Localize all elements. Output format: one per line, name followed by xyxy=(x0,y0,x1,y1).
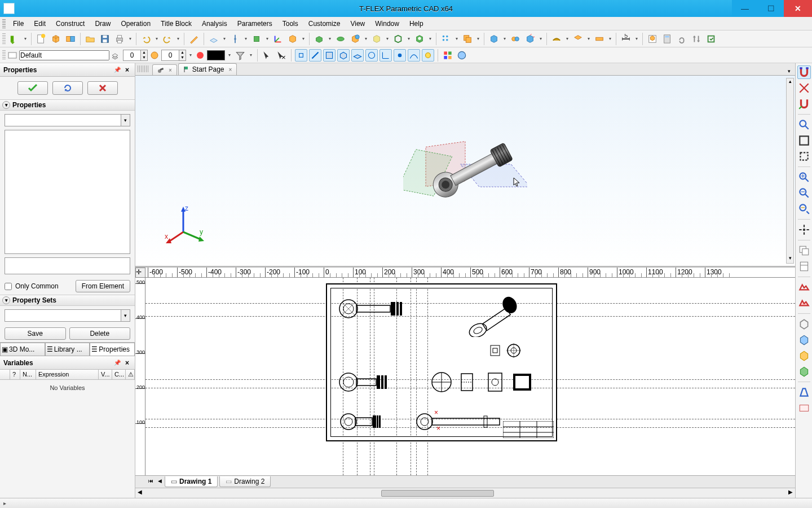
extrude-icon[interactable] xyxy=(312,32,326,46)
menu-file[interactable]: File xyxy=(8,18,29,29)
drawing-view-side3[interactable] xyxy=(484,371,506,393)
properties-combo[interactable]: ▾ xyxy=(5,114,130,126)
surface-icon[interactable] xyxy=(550,32,563,46)
snap-off-icon[interactable] xyxy=(797,81,811,95)
dropdown-icon[interactable]: ▾ xyxy=(227,52,232,58)
drawing-view-aux2[interactable] xyxy=(506,343,521,358)
menu-titleblock[interactable]: Title Block xyxy=(156,18,197,29)
drawing-view-front[interactable] xyxy=(337,371,427,393)
dropdown-icon[interactable]: ▾ xyxy=(363,36,369,41)
redraw-red2-icon[interactable] xyxy=(797,296,811,310)
blend-icon[interactable] xyxy=(370,32,383,46)
drawing-view-side2[interactable] xyxy=(460,373,474,392)
dropdown-icon[interactable]: ▾ xyxy=(264,36,270,41)
horizontal-ruler[interactable]: ✛ -600-500-400-300-200-10001002003004005… xyxy=(135,268,795,278)
render-tex-icon[interactable] xyxy=(797,365,811,378)
3d-vscrollbar[interactable]: ▴ ▾ xyxy=(786,78,794,264)
boolean-icon[interactable] xyxy=(348,32,362,46)
var-col-val[interactable]: V... xyxy=(99,370,112,379)
dropdown-icon[interactable]: ▾ xyxy=(385,36,390,41)
level-value[interactable] xyxy=(123,50,140,60)
render-shade-icon[interactable] xyxy=(797,333,811,347)
menu-customize[interactable]: Customize xyxy=(303,18,346,29)
dropdown-icon[interactable]: ▾ xyxy=(607,36,613,41)
maximize-button[interactable]: ☐ xyxy=(758,0,784,17)
dropdown-icon[interactable]: ▾ xyxy=(634,36,639,41)
menu-analysis[interactable]: Analysis xyxy=(197,18,232,29)
menu-help[interactable]: Help xyxy=(404,18,429,29)
drawing-view-side1[interactable] xyxy=(430,371,453,393)
snap-node-icon[interactable] xyxy=(394,49,406,62)
snap-return-icon[interactable] xyxy=(797,97,811,111)
projection-icon[interactable] xyxy=(646,32,659,46)
close-panel-icon[interactable]: × xyxy=(123,359,131,367)
dropdown-icon[interactable]: ▾ xyxy=(502,36,508,41)
explode-icon[interactable] xyxy=(523,32,537,46)
doc-tab-part[interactable]: × xyxy=(152,64,177,75)
layer-name-input[interactable] xyxy=(19,50,109,60)
filter-icon[interactable] xyxy=(234,49,246,62)
close-tab-icon[interactable]: × xyxy=(169,67,172,73)
zoom-extents-icon[interactable] xyxy=(797,150,811,163)
tab-properties[interactable]: ☰Properties xyxy=(90,343,135,356)
dropdown-icon[interactable]: ▾ xyxy=(427,36,433,41)
select-filter2-icon[interactable]: × xyxy=(275,49,288,62)
drawing-view-top[interactable] xyxy=(337,297,427,320)
propsets-subheader[interactable]: ▾ Property Sets xyxy=(0,295,135,306)
pin-icon[interactable]: 📌 xyxy=(112,360,123,366)
page-tab-drawing2[interactable]: ▭Drawing 2 xyxy=(219,476,271,487)
redraw-red-icon[interactable] xyxy=(797,281,811,294)
tabs-grip[interactable] xyxy=(138,65,149,72)
properties-list[interactable] xyxy=(5,130,130,254)
drawing-view-aux1[interactable] xyxy=(488,344,502,357)
menu-view[interactable]: View xyxy=(345,18,370,29)
menu-draw[interactable]: Draw xyxy=(90,18,116,29)
snap-magnet-icon[interactable] xyxy=(797,65,811,79)
select-filter-icon[interactable] xyxy=(261,49,273,62)
zoom-out-icon[interactable] xyxy=(797,186,811,200)
scroll-up-icon[interactable]: ▴ xyxy=(787,78,793,86)
var-col-flag[interactable] xyxy=(0,370,10,379)
apply-button[interactable] xyxy=(17,81,48,95)
dropdown-icon[interactable]: ▾ xyxy=(586,36,592,41)
section-icon[interactable] xyxy=(797,401,811,415)
dropdown-icon[interactable]: ▾ xyxy=(475,36,481,41)
dropdown-icon[interactable]: ▾ xyxy=(154,36,160,41)
collapse-icon[interactable]: ▾ xyxy=(2,296,10,304)
3d-node-icon[interactable] xyxy=(250,32,263,46)
dropdown-icon[interactable]: ▾ xyxy=(23,36,28,41)
zoom-prev-icon[interactable] xyxy=(797,202,811,216)
ruler-origin-icon[interactable]: ✛ xyxy=(135,268,145,278)
tab-3d-model[interactable]: ▣3D Mo... xyxy=(0,343,45,356)
toolbar2-grip[interactable] xyxy=(2,50,6,60)
fragment-icon[interactable] xyxy=(487,32,501,46)
page-tab-drawing1[interactable]: ▭Drawing 1 xyxy=(165,476,218,487)
array-icon[interactable] xyxy=(439,32,453,46)
drawing-view-iso[interactable] xyxy=(456,292,529,337)
page-first-icon[interactable]: ⏮ xyxy=(147,478,155,486)
vertical-ruler[interactable]: 500400300200100 xyxy=(135,278,145,475)
drawing-view-bottom[interactable]: × × xyxy=(337,410,540,433)
priority-spinner[interactable]: ▲▼ xyxy=(161,50,186,61)
spin-up-icon[interactable]: ▲ xyxy=(140,50,147,55)
only-common-checkbox[interactable] xyxy=(5,283,12,290)
dropdown-icon[interactable]: ▾ xyxy=(175,36,181,41)
dropdown-icon[interactable]: ▾ xyxy=(454,36,460,41)
dropdown-icon[interactable]: ▾ xyxy=(301,36,306,41)
save-button[interactable]: Save xyxy=(5,327,66,340)
3d-profile-icon[interactable] xyxy=(286,32,299,46)
menubar-grip[interactable] xyxy=(2,19,6,28)
new-3d-icon[interactable] xyxy=(49,32,63,46)
zoom-window-icon[interactable] xyxy=(797,118,811,132)
spin-down-icon[interactable]: ▼ xyxy=(179,55,186,60)
snap-profile-icon[interactable] xyxy=(365,49,378,62)
view-pages-icon[interactable] xyxy=(797,260,811,273)
attach-icon[interactable] xyxy=(675,32,689,46)
new-assembly-icon[interactable] xyxy=(64,32,77,46)
tabs-dropdown-icon[interactable]: ▾ xyxy=(787,67,792,75)
zoom-in-icon[interactable] xyxy=(797,170,811,184)
copy-icon[interactable] xyxy=(461,32,474,46)
delete-button[interactable]: Delete xyxy=(69,327,131,340)
scroll-down-icon[interactable]: ▾ xyxy=(787,255,793,263)
render-wire-icon[interactable] xyxy=(797,317,811,331)
